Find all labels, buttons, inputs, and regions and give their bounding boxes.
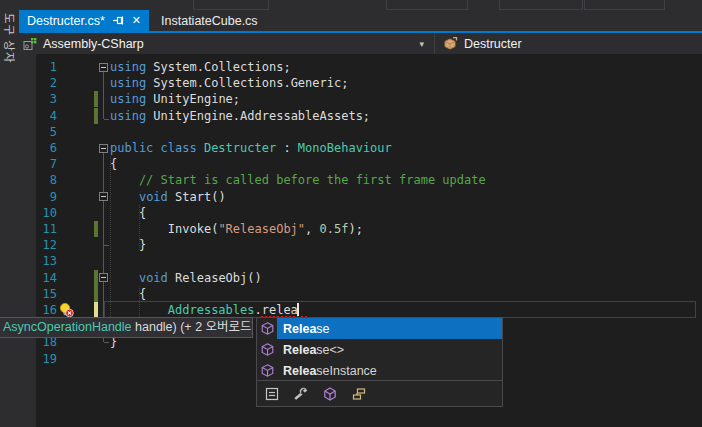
line-number: 2 bbox=[19, 75, 57, 91]
tab-label: InstatiateCube.cs bbox=[161, 14, 258, 28]
toolbox-vertical-tab[interactable]: 도구 상자 bbox=[2, 13, 18, 64]
method-filter-icon[interactable] bbox=[323, 387, 337, 401]
toolbar-fragment bbox=[193, 0, 269, 10]
csharp-project-icon bbox=[23, 37, 37, 51]
code-text: using System.Collections.Generic; bbox=[110, 75, 348, 91]
completion-item-label: Release<> bbox=[283, 343, 344, 357]
fold-collapse-icon[interactable] bbox=[99, 192, 108, 201]
completion-item-label: Release bbox=[283, 322, 330, 336]
change-tracking-bar bbox=[94, 302, 98, 318]
text-caret bbox=[297, 303, 299, 316]
code-line: 8 // Start is called before the first fr… bbox=[19, 172, 702, 189]
line-number: 6 bbox=[19, 140, 57, 156]
completion-filter-bar bbox=[257, 380, 502, 406]
code-text: using UnityEngine; bbox=[110, 91, 240, 107]
code-line: 6public class Destructer : MonoBehaviour bbox=[19, 140, 702, 157]
intellisense-popup: ReleaseRelease<>ReleaseInstance bbox=[256, 317, 503, 407]
navigation-bar: Assembly-CSharp ▾ Destructer bbox=[19, 33, 702, 54]
code-line: 14 void ReleaseObj() bbox=[19, 270, 702, 287]
line-number: 10 bbox=[19, 205, 57, 221]
line-number: 1 bbox=[19, 59, 57, 75]
lightbulb-error-icon[interactable] bbox=[58, 302, 75, 318]
tab-destructer[interactable]: Destructer.cs* ✕ bbox=[19, 10, 149, 31]
code-text: void Start() bbox=[110, 189, 226, 205]
code-text: } bbox=[110, 237, 146, 253]
code-text: public class Destructer : MonoBehaviour bbox=[110, 140, 392, 156]
class-icon bbox=[443, 37, 458, 50]
line-number: 4 bbox=[19, 108, 57, 124]
code-line: 7{ bbox=[19, 156, 702, 173]
tab-instatiatecube[interactable]: InstatiateCube.cs bbox=[149, 10, 270, 31]
code-line: 15 { bbox=[19, 286, 702, 303]
change-tracking-bar bbox=[94, 286, 98, 302]
code-text: { bbox=[110, 156, 117, 172]
line-number: 15 bbox=[19, 286, 57, 302]
completion-item-label: ReleaseInstance bbox=[283, 364, 377, 378]
line-number: 7 bbox=[19, 156, 57, 172]
project-dropdown-label: Assembly-CSharp bbox=[43, 37, 144, 51]
fold-collapse-icon[interactable] bbox=[99, 273, 108, 282]
snippet-filter-icon[interactable] bbox=[352, 387, 366, 401]
line-number: 16 bbox=[19, 302, 57, 318]
code-text: using UnityEngine.AddressableAssets; bbox=[110, 108, 370, 124]
line-number: 8 bbox=[19, 172, 57, 188]
pin-icon[interactable] bbox=[113, 15, 124, 26]
code-line: 11 Invoke("ReleaseObj", 0.5f); bbox=[19, 221, 702, 238]
method-icon bbox=[261, 364, 274, 377]
code-line: 10 { bbox=[19, 205, 702, 222]
project-dropdown[interactable]: Assembly-CSharp ▾ bbox=[19, 37, 434, 51]
completion-item[interactable]: Release bbox=[257, 318, 502, 339]
document-tab-bar: Destructer.cs* ✕ InstatiateCube.cs bbox=[19, 10, 702, 31]
change-tracking-bar bbox=[94, 91, 98, 107]
member-dropdown-label: Destructer bbox=[464, 37, 522, 51]
code-line: 3using UnityEngine; bbox=[19, 91, 702, 108]
code-line: 2using System.Collections.Generic; bbox=[19, 75, 702, 92]
code-line: 13 bbox=[19, 253, 702, 270]
chevron-down-icon: ▾ bbox=[419, 39, 424, 49]
keyword-filter-icon[interactable] bbox=[265, 387, 279, 401]
line-number: 14 bbox=[19, 270, 57, 286]
completion-item[interactable]: Release<> bbox=[257, 339, 502, 360]
tooltip-rest: handle) (+ 2 오버로드) bbox=[132, 320, 253, 334]
code-text: void ReleaseObj() bbox=[110, 270, 262, 286]
line-number: 13 bbox=[19, 253, 57, 269]
close-icon[interactable]: ✕ bbox=[132, 15, 141, 26]
toolbar-fragment bbox=[584, 0, 665, 10]
line-number: 3 bbox=[19, 91, 57, 107]
toolbar-fragment bbox=[386, 0, 468, 10]
signature-help-tooltip: AsyncOperationHandle handle) (+ 2 오버로드) bbox=[0, 317, 253, 338]
change-tracking-bar bbox=[94, 108, 98, 124]
completion-item[interactable]: ReleaseInstance bbox=[257, 360, 502, 381]
code-text: { bbox=[110, 205, 146, 221]
change-tracking-bar bbox=[94, 270, 98, 286]
tab-label: Destructer.cs* bbox=[27, 14, 105, 28]
code-text: using System.Collections; bbox=[110, 59, 291, 75]
member-dropdown[interactable]: Destructer bbox=[435, 37, 522, 51]
left-tool-strip: 도구 상자 bbox=[0, 0, 19, 427]
completion-list: ReleaseRelease<>ReleaseInstance bbox=[257, 318, 502, 381]
line-number: 11 bbox=[19, 221, 57, 237]
line-number: 12 bbox=[19, 237, 57, 253]
code-text: Invoke("ReleaseObj", 0.5f); bbox=[110, 221, 363, 237]
tooltip-type-name: AsyncOperationHandle bbox=[3, 320, 132, 334]
method-icon bbox=[261, 343, 274, 356]
fold-collapse-icon[interactable] bbox=[99, 63, 108, 72]
wrench-filter-icon[interactable] bbox=[294, 387, 308, 401]
line-number: 5 bbox=[19, 124, 57, 140]
code-line: 4using UnityEngine.AddressableAssets; bbox=[19, 108, 702, 125]
line-number: 19 bbox=[19, 351, 57, 367]
toolbar-fragment bbox=[499, 0, 583, 10]
fold-collapse-icon[interactable] bbox=[99, 144, 108, 153]
change-tracking-bar bbox=[94, 221, 98, 237]
code-text: { bbox=[110, 286, 146, 302]
line-number: 9 bbox=[19, 189, 57, 205]
top-toolbar-strip bbox=[0, 0, 702, 10]
code-line: 5 bbox=[19, 124, 702, 141]
code-line: 12 } bbox=[19, 237, 702, 254]
method-icon bbox=[261, 322, 274, 335]
code-line: 1using System.Collections; bbox=[19, 59, 702, 76]
code-text: // Start is called before the first fram… bbox=[110, 172, 486, 188]
code-line: 9 void Start() bbox=[19, 189, 702, 206]
